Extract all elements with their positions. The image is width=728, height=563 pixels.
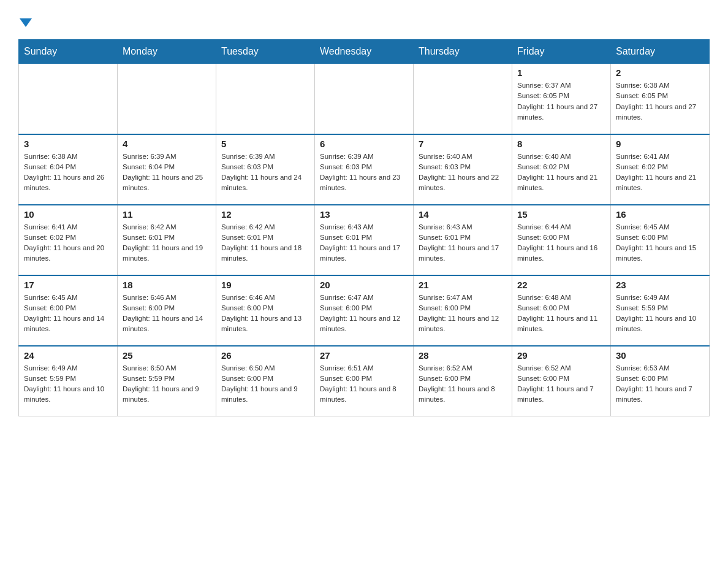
day-number: 24 bbox=[24, 350, 112, 361]
calendar-cell: 13Sunrise: 6:43 AM Sunset: 6:01 PM Dayli… bbox=[315, 205, 414, 275]
day-info: Sunrise: 6:50 AM Sunset: 5:59 PM Dayligh… bbox=[123, 363, 211, 405]
day-number: 22 bbox=[517, 280, 605, 290]
calendar-week-row: 17Sunrise: 6:45 AM Sunset: 6:00 PM Dayli… bbox=[19, 275, 710, 346]
day-number: 15 bbox=[517, 209, 605, 220]
day-number: 1 bbox=[517, 67, 605, 78]
column-header-friday: Friday bbox=[512, 40, 611, 64]
calendar-cell: 22Sunrise: 6:48 AM Sunset: 6:00 PM Dayli… bbox=[512, 275, 611, 346]
calendar-cell: 1Sunrise: 6:37 AM Sunset: 6:05 PM Daylig… bbox=[512, 64, 611, 134]
day-info: Sunrise: 6:40 AM Sunset: 6:03 PM Dayligh… bbox=[419, 151, 507, 194]
calendar-header-row: SundayMondayTuesdayWednesdayThursdayFrid… bbox=[19, 40, 710, 64]
calendar-cell bbox=[414, 64, 512, 134]
day-info: Sunrise: 6:49 AM Sunset: 5:59 PM Dayligh… bbox=[616, 293, 704, 335]
calendar-cell: 4Sunrise: 6:39 AM Sunset: 6:04 PM Daylig… bbox=[118, 134, 216, 205]
day-number: 14 bbox=[419, 209, 507, 220]
day-info: Sunrise: 6:44 AM Sunset: 6:00 PM Dayligh… bbox=[517, 222, 605, 264]
calendar-week-row: 10Sunrise: 6:41 AM Sunset: 6:02 PM Dayli… bbox=[19, 205, 710, 275]
day-info: Sunrise: 6:39 AM Sunset: 6:04 PM Dayligh… bbox=[123, 151, 211, 194]
day-info: Sunrise: 6:46 AM Sunset: 6:00 PM Dayligh… bbox=[221, 293, 309, 335]
calendar-cell: 11Sunrise: 6:42 AM Sunset: 6:01 PM Dayli… bbox=[118, 205, 216, 275]
calendar-cell: 17Sunrise: 6:45 AM Sunset: 6:00 PM Dayli… bbox=[19, 275, 118, 346]
day-info: Sunrise: 6:47 AM Sunset: 6:00 PM Dayligh… bbox=[320, 293, 408, 335]
calendar-cell: 25Sunrise: 6:50 AM Sunset: 5:59 PM Dayli… bbox=[118, 346, 216, 416]
day-info: Sunrise: 6:51 AM Sunset: 6:00 PM Dayligh… bbox=[320, 363, 408, 405]
day-number: 19 bbox=[221, 280, 309, 290]
column-header-saturday: Saturday bbox=[611, 40, 710, 64]
calendar-cell: 24Sunrise: 6:49 AM Sunset: 5:59 PM Dayli… bbox=[19, 346, 118, 416]
calendar-week-row: 3Sunrise: 6:38 AM Sunset: 6:04 PM Daylig… bbox=[19, 134, 710, 205]
day-info: Sunrise: 6:38 AM Sunset: 6:04 PM Dayligh… bbox=[24, 151, 112, 194]
column-header-thursday: Thursday bbox=[414, 40, 512, 64]
day-info: Sunrise: 6:50 AM Sunset: 6:00 PM Dayligh… bbox=[221, 363, 309, 405]
day-info: Sunrise: 6:42 AM Sunset: 6:01 PM Dayligh… bbox=[123, 222, 211, 264]
day-info: Sunrise: 6:49 AM Sunset: 5:59 PM Dayligh… bbox=[24, 363, 112, 405]
day-number: 6 bbox=[320, 139, 408, 149]
calendar-cell: 7Sunrise: 6:40 AM Sunset: 6:03 PM Daylig… bbox=[414, 134, 512, 205]
calendar-cell: 3Sunrise: 6:38 AM Sunset: 6:04 PM Daylig… bbox=[19, 134, 118, 205]
calendar-cell: 28Sunrise: 6:52 AM Sunset: 6:00 PM Dayli… bbox=[414, 346, 512, 416]
day-number: 16 bbox=[616, 209, 704, 220]
calendar-cell: 6Sunrise: 6:39 AM Sunset: 6:03 PM Daylig… bbox=[315, 134, 414, 205]
calendar-cell: 14Sunrise: 6:43 AM Sunset: 6:01 PM Dayli… bbox=[414, 205, 512, 275]
calendar-cell bbox=[216, 64, 315, 134]
calendar-cell: 20Sunrise: 6:47 AM Sunset: 6:00 PM Dayli… bbox=[315, 275, 414, 346]
column-header-tuesday: Tuesday bbox=[216, 40, 315, 64]
day-info: Sunrise: 6:47 AM Sunset: 6:00 PM Dayligh… bbox=[419, 293, 507, 335]
day-number: 25 bbox=[123, 350, 211, 361]
day-number: 7 bbox=[419, 139, 507, 149]
day-number: 12 bbox=[221, 209, 309, 220]
column-header-sunday: Sunday bbox=[19, 40, 118, 64]
day-info: Sunrise: 6:39 AM Sunset: 6:03 PM Dayligh… bbox=[221, 151, 309, 194]
day-number: 11 bbox=[123, 209, 211, 220]
calendar-table: SundayMondayTuesdayWednesdayThursdayFrid… bbox=[18, 39, 710, 416]
logo bbox=[18, 18, 33, 27]
day-info: Sunrise: 6:42 AM Sunset: 6:01 PM Dayligh… bbox=[221, 222, 309, 264]
day-info: Sunrise: 6:37 AM Sunset: 6:05 PM Dayligh… bbox=[517, 80, 605, 123]
calendar-cell: 2Sunrise: 6:38 AM Sunset: 6:05 PM Daylig… bbox=[611, 64, 710, 134]
column-header-wednesday: Wednesday bbox=[315, 40, 414, 64]
day-number: 9 bbox=[616, 139, 704, 149]
calendar-cell: 26Sunrise: 6:50 AM Sunset: 6:00 PM Dayli… bbox=[216, 346, 315, 416]
day-number: 3 bbox=[24, 139, 112, 149]
calendar-cell: 21Sunrise: 6:47 AM Sunset: 6:00 PM Dayli… bbox=[414, 275, 512, 346]
calendar-cell: 10Sunrise: 6:41 AM Sunset: 6:02 PM Dayli… bbox=[19, 205, 118, 275]
day-info: Sunrise: 6:52 AM Sunset: 6:00 PM Dayligh… bbox=[517, 363, 605, 405]
day-number: 10 bbox=[24, 209, 112, 220]
day-info: Sunrise: 6:53 AM Sunset: 6:00 PM Dayligh… bbox=[616, 363, 704, 405]
calendar-cell bbox=[118, 64, 216, 134]
calendar-cell: 5Sunrise: 6:39 AM Sunset: 6:03 PM Daylig… bbox=[216, 134, 315, 205]
day-info: Sunrise: 6:38 AM Sunset: 6:05 PM Dayligh… bbox=[616, 80, 704, 123]
day-info: Sunrise: 6:43 AM Sunset: 6:01 PM Dayligh… bbox=[419, 222, 507, 264]
day-number: 30 bbox=[616, 350, 704, 361]
day-info: Sunrise: 6:39 AM Sunset: 6:03 PM Dayligh… bbox=[320, 151, 408, 194]
day-number: 18 bbox=[123, 280, 211, 290]
day-number: 23 bbox=[616, 280, 704, 290]
calendar-cell: 8Sunrise: 6:40 AM Sunset: 6:02 PM Daylig… bbox=[512, 134, 611, 205]
day-number: 27 bbox=[320, 350, 408, 361]
calendar-cell: 9Sunrise: 6:41 AM Sunset: 6:02 PM Daylig… bbox=[611, 134, 710, 205]
day-info: Sunrise: 6:45 AM Sunset: 6:00 PM Dayligh… bbox=[24, 293, 112, 335]
day-number: 20 bbox=[320, 280, 408, 290]
calendar-cell bbox=[315, 64, 414, 134]
calendar-cell bbox=[19, 64, 118, 134]
day-number: 2 bbox=[616, 67, 704, 78]
day-number: 17 bbox=[24, 280, 112, 290]
day-number: 8 bbox=[517, 139, 605, 149]
calendar-cell: 12Sunrise: 6:42 AM Sunset: 6:01 PM Dayli… bbox=[216, 205, 315, 275]
day-info: Sunrise: 6:43 AM Sunset: 6:01 PM Dayligh… bbox=[320, 222, 408, 264]
calendar-cell: 23Sunrise: 6:49 AM Sunset: 5:59 PM Dayli… bbox=[611, 275, 710, 346]
day-number: 21 bbox=[419, 280, 507, 290]
column-header-monday: Monday bbox=[118, 40, 216, 64]
day-info: Sunrise: 6:45 AM Sunset: 6:00 PM Dayligh… bbox=[616, 222, 704, 264]
page-header bbox=[18, 18, 710, 27]
day-info: Sunrise: 6:46 AM Sunset: 6:00 PM Dayligh… bbox=[123, 293, 211, 335]
logo-arrow-icon bbox=[20, 18, 32, 27]
calendar-cell: 30Sunrise: 6:53 AM Sunset: 6:00 PM Dayli… bbox=[611, 346, 710, 416]
calendar-week-row: 1Sunrise: 6:37 AM Sunset: 6:05 PM Daylig… bbox=[19, 64, 710, 134]
day-info: Sunrise: 6:40 AM Sunset: 6:02 PM Dayligh… bbox=[517, 151, 605, 194]
calendar-cell: 19Sunrise: 6:46 AM Sunset: 6:00 PM Dayli… bbox=[216, 275, 315, 346]
day-info: Sunrise: 6:48 AM Sunset: 6:00 PM Dayligh… bbox=[517, 293, 605, 335]
day-number: 28 bbox=[419, 350, 507, 361]
day-number: 13 bbox=[320, 209, 408, 220]
calendar-cell: 27Sunrise: 6:51 AM Sunset: 6:00 PM Dayli… bbox=[315, 346, 414, 416]
